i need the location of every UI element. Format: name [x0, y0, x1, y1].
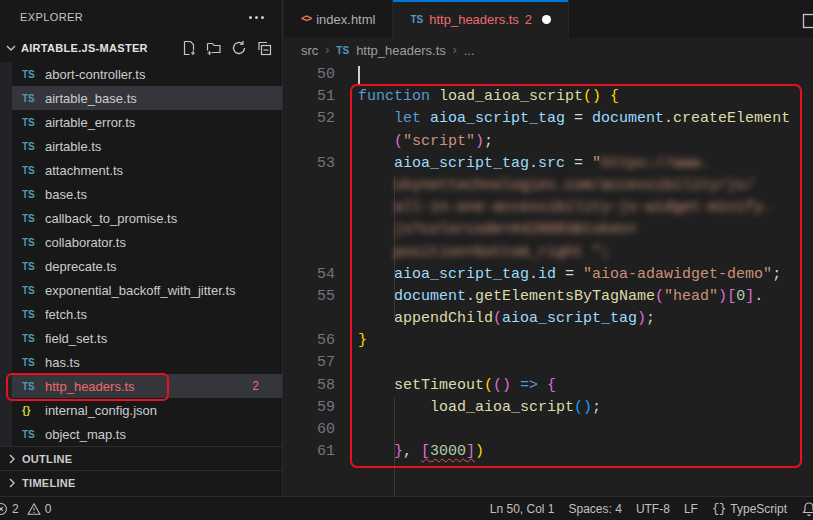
file-item-callback_to_promise.ts[interactable]: TScallback_to_promise.ts — [0, 206, 282, 230]
line-text: aioa_script_tag.src = "https://www. — [358, 153, 709, 175]
encoding-status[interactable]: UTF-8 — [629, 497, 677, 520]
file-item-airtable.ts[interactable]: TSairtable.ts — [0, 134, 282, 158]
code-line-61[interactable]: 61 }, [3000]) — [284, 441, 813, 463]
status-bar: 2 0 Ln 50, Col 1 Spaces: 4 UTF-8 LF {} T… — [0, 496, 813, 520]
file-name: object_map.ts — [45, 427, 126, 442]
file-item-fetch.ts[interactable]: TSfetch.ts — [0, 302, 282, 326]
error-count: 2 — [12, 502, 19, 516]
file-name: deprecate.ts — [45, 259, 117, 274]
sidebar-scrollbar[interactable] — [0, 62, 12, 446]
tab-index-html[interactable]: <> index.html — [284, 0, 393, 38]
tab-http-headers-ts[interactable]: TS http_headers.ts 2 — [393, 0, 569, 38]
text-cursor — [358, 66, 360, 85]
code-line-57[interactable]: 57 — [284, 352, 813, 374]
typescript-file-icon: TS — [336, 45, 349, 56]
typescript-file-icon: TS — [22, 381, 45, 392]
code-line-51[interactable]: 51function load_aioa_script() { — [284, 86, 813, 108]
eol-status[interactable]: LF — [677, 497, 705, 520]
typescript-file-icon: TS — [22, 237, 45, 248]
unsaved-changes-dot-icon[interactable] — [542, 15, 551, 24]
line-text: position=bottom_right "; — [358, 242, 610, 264]
breadcrumb-item-symbol[interactable]: ... — [464, 43, 475, 58]
file-item-internal_config.json[interactable]: {}internal_config.json — [0, 398, 282, 422]
typescript-file-icon: TS — [22, 141, 45, 152]
breadcrumb: src › TS http_headers.ts › ... — [284, 38, 813, 62]
line-text: setTimeout(() => { — [358, 375, 556, 397]
breadcrumb-item-file[interactable]: http_headers.ts — [356, 43, 446, 58]
refresh-icon[interactable] — [231, 40, 247, 56]
typescript-file-icon: TS — [22, 429, 45, 440]
line-number — [284, 219, 335, 241]
problem-count-badge: 2 — [252, 379, 259, 393]
code-line-55[interactable]: 55 document.getElementsByTagName("head")… — [284, 286, 813, 308]
timeline-section-label: TIMELINE — [22, 477, 76, 489]
code-line-58[interactable]: 58 setTimeout(() => { — [284, 375, 813, 397]
code-line-60[interactable]: 60 — [284, 419, 813, 441]
line-number — [284, 175, 335, 197]
line-number: 54 — [284, 264, 335, 286]
workspace-section-header[interactable]: AIRTABLE.JS-MASTER — [0, 34, 282, 62]
file-item-base.ts[interactable]: TSbase.ts — [0, 182, 282, 206]
indentation-status[interactable]: Spaces: 4 — [562, 497, 629, 520]
file-item-abort-controller.ts[interactable]: TSabort-controller.ts — [0, 62, 282, 86]
line-text: ("script"); — [358, 131, 493, 153]
code-line-wrap[interactable]: js?colorcode=#420083&token= — [284, 219, 813, 241]
explorer-title: EXPLORER — [20, 11, 83, 23]
code-line-wrap[interactable]: skynettechnologies.com/accessibility/js/ — [284, 175, 813, 197]
code-line-wrap[interactable]: position=bottom_right "; — [284, 242, 813, 264]
code-line-56[interactable]: 56} — [284, 330, 813, 352]
code-line-59[interactable]: 59 load_aioa_script(); — [284, 397, 813, 419]
split-editor-icon[interactable] — [802, 13, 813, 33]
braces-icon: {} — [712, 502, 726, 516]
file-list: TSabort-controller.tsTSairtable_base.tsT… — [0, 62, 282, 446]
cursor-position-status[interactable]: Ln 50, Col 1 — [483, 497, 562, 520]
code-line-wrap[interactable]: ("script"); — [284, 131, 813, 153]
code-line-54[interactable]: 54 aioa_script_tag.id = "aioa-adawidget-… — [284, 264, 813, 286]
file-item-airtable_error.ts[interactable]: TSairtable_error.ts — [0, 110, 282, 134]
new-folder-icon[interactable] — [206, 40, 222, 56]
file-item-http_headers.ts[interactable]: TShttp_headers.ts2 — [0, 374, 282, 398]
file-item-object_map.ts[interactable]: TSobject_map.ts — [0, 422, 282, 446]
line-number: 60 — [284, 419, 335, 441]
code-editor[interactable]: 5051function load_aioa_script() {52 let … — [284, 62, 813, 496]
timeline-section-header[interactable]: TIMELINE — [0, 470, 282, 494]
file-item-collaborator.ts[interactable]: TScollaborator.ts — [0, 230, 282, 254]
line-text: js?colorcode=#420083&token= — [358, 219, 637, 241]
typescript-file-icon: TS — [22, 189, 45, 200]
code-line-53[interactable]: 53 aioa_script_tag.src = "https://www. — [284, 153, 813, 175]
line-text: }, [3000]) — [358, 441, 484, 463]
json-file-icon: {} — [22, 404, 45, 416]
line-number: 50 — [284, 64, 335, 86]
line-number: 58 — [284, 375, 335, 397]
outline-section-label: OUTLINE — [22, 453, 72, 465]
html-file-icon: <> — [301, 13, 310, 25]
line-number: 57 — [284, 352, 335, 374]
new-file-icon[interactable] — [181, 40, 197, 56]
file-item-deprecate.ts[interactable]: TSdeprecate.ts — [0, 254, 282, 278]
file-item-exponential_backoff_with_jitter.ts[interactable]: TSexponential_backoff_with_jitter.ts — [0, 278, 282, 302]
breadcrumb-item-src[interactable]: src — [301, 43, 318, 58]
notifications-bell-icon[interactable] — [794, 497, 813, 520]
code-line-52[interactable]: 52 let aioa_script_tag = document.create… — [284, 108, 813, 130]
file-item-has.ts[interactable]: TShas.ts — [0, 350, 282, 374]
problems-status[interactable]: 2 0 — [0, 502, 55, 516]
ellipsis-menu-icon[interactable] — [245, 12, 268, 23]
language-mode-status[interactable]: {} TypeScript — [705, 497, 794, 520]
code-line-50[interactable]: 50 — [284, 64, 813, 86]
tab-label: index.html — [316, 12, 375, 27]
file-item-field_set.ts[interactable]: TSfield_set.ts — [0, 326, 282, 350]
editor-group: <> index.html TS http_headers.ts 2 src ›… — [284, 0, 813, 496]
file-item-attachment.ts[interactable]: TSattachment.ts — [0, 158, 282, 182]
typescript-file-icon: TS — [22, 285, 45, 296]
file-item-airtable_base.ts[interactable]: TSairtable_base.ts — [0, 86, 282, 110]
outline-section-header[interactable]: OUTLINE — [0, 446, 282, 470]
code-line-wrap[interactable]: all-in-one-accessibility-js-widget-minif… — [284, 197, 813, 219]
line-number — [284, 242, 335, 264]
code-line-wrap[interactable]: appendChild(aioa_script_tag); — [284, 308, 813, 330]
line-number: 51 — [284, 86, 335, 108]
warning-triangle-icon — [27, 502, 41, 516]
file-name: airtable.ts — [45, 139, 101, 154]
line-number: 53 — [284, 153, 335, 175]
collapse-all-icon[interactable] — [256, 40, 272, 56]
file-name: exponential_backoff_with_jitter.ts — [45, 283, 236, 298]
